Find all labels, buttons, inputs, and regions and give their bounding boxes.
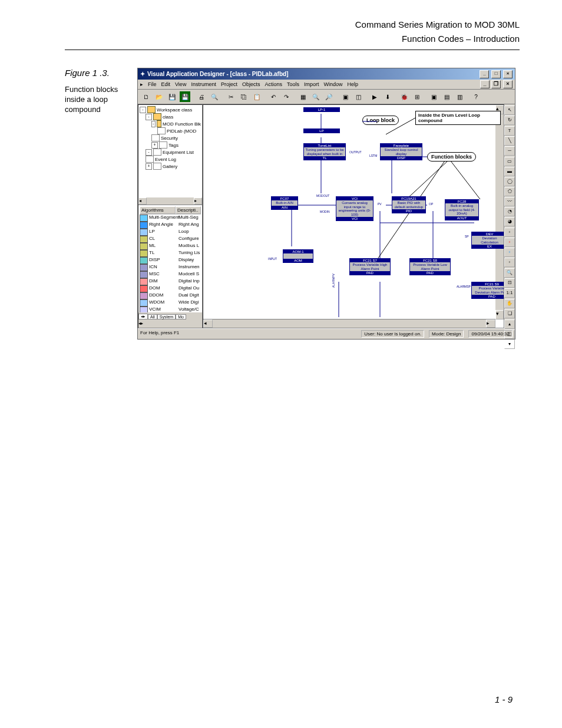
mdi-close-button[interactable]: × [503,80,513,88]
block-fc21s8[interactable]: FC21 S8 Process Variable Low Alarm Point… [409,258,451,275]
tree-hscroll[interactable]: ◂▸ [138,197,202,205]
arc-icon[interactable]: ◔ [504,207,515,216]
block-lp[interactable]: LP [303,129,340,133]
undo-icon[interactable]: ↶ [267,91,279,103]
algo-row[interactable]: DIMDigital Inp [140,278,201,285]
vscroll-down-icon[interactable]: ▾ [504,340,515,349]
titlebar[interactable]: ✦ Visual Application Designer - [class -… [138,68,515,80]
rect-fill-icon[interactable]: ▬ [504,167,515,176]
print-icon[interactable]: 🖨 [196,91,207,103]
hand-icon[interactable]: ✋ [504,299,515,308]
algo-tabs[interactable]: ◂▸ All System Mo [138,312,202,321]
menu-objects[interactable]: Objects [242,81,260,87]
algo-row[interactable]: MLModbus L [140,243,201,250]
new-icon[interactable]: 🗋 [140,91,152,103]
block-fc07[interactable]: FC07 Built-in AIN AIN [271,196,298,210]
save-icon[interactable]: 💾 [166,91,178,103]
canvas-hscroll[interactable]: ◂▸ [203,319,495,328]
port-icon[interactable]: ▫ [504,228,515,237]
group-icon[interactable]: ▥ [454,91,465,103]
block-fc19a21[interactable]: FC19A21 Basic PID with default antiwindu… [392,196,426,213]
wire-icon[interactable]: ─ [504,146,515,156]
menu-instrument[interactable]: Instrument [191,81,216,87]
algo-row[interactable]: DISPDisplay [140,257,201,264]
algo-row[interactable]: WDOMWide Digi [140,299,201,307]
algo-row[interactable]: CLConfigure [140,236,201,243]
text-icon[interactable]: T [504,126,515,136]
minimize-button[interactable]: _ [480,70,489,78]
polygon-icon[interactable]: ⬠ [504,187,515,196]
algo-row[interactable]: ICNInstrumen [140,264,201,271]
block-dev[interactable]: DEV Deviation Calculation EX [471,232,504,249]
algo-row[interactable]: MSCModcell S [140,271,201,278]
menu-edit[interactable]: Edit [161,81,171,87]
download-icon[interactable]: ⬇ [382,91,394,103]
menu-import[interactable]: Import [304,81,319,87]
algorithm-list[interactable]: AlgorithmsDescripti.. Multi-SegmentMulti… [138,205,202,328]
algo-row[interactable]: Multi-SegmentMulti-Seg [140,215,201,222]
block-aom1[interactable]: AOM-1 AOM [283,249,313,263]
block-tunelist[interactable]: TuneList Tuning parameters to be display… [303,143,346,160]
block-fc28[interactable]: FC28 Built-in analog output to field (4-… [445,199,479,220]
port-alarmsp: ALARMSP [457,285,471,288]
menu-actions[interactable]: Actions [265,81,282,87]
rotate-icon[interactable]: ↻ [504,116,515,125]
close-button[interactable]: × [503,70,513,78]
port3-icon[interactable]: ▫ [504,248,515,257]
algo-hscroll[interactable]: ◂▸ [138,321,202,328]
align-icon[interactable]: ▣ [428,91,439,103]
help-icon[interactable]: ? [470,91,482,103]
mdi-restore-button[interactable]: ❐ [491,80,501,88]
preview-icon[interactable]: 🔍 [209,91,220,103]
design-canvas[interactable]: ▴▾ Loop block Inside the Drum Level Loop… [203,104,504,328]
pointer-icon[interactable]: ↖ [504,106,515,115]
pie-icon[interactable]: ◕ [504,217,515,226]
redo-icon[interactable]: ↷ [280,91,292,103]
curve-icon[interactable]: 〰 [504,197,515,206]
menu-project[interactable]: Project [221,81,237,87]
window-icon[interactable]: ▣ [339,91,351,103]
algo-row[interactable]: Right AngleRight Ang [140,222,201,229]
menu-tools[interactable]: Tools [287,81,299,87]
algo-row[interactable]: TLTuning Lis [140,250,201,257]
port2-icon[interactable]: ▫ [504,238,515,247]
workspace-tree[interactable]: -Workspace class -class -MOD Function Bl… [138,105,202,205]
ellipse-icon[interactable]: ◯ [504,177,515,186]
maximize-button[interactable]: □ [491,70,501,78]
debug-icon[interactable]: 🐞 [398,91,410,103]
block-fc21s7[interactable]: FC21 S7 Process Variable High Alarm Poin… [349,258,391,275]
algo-row[interactable]: DDOMDual Digit [140,292,201,299]
zoom-fit-icon[interactable]: ⊡ [504,278,515,288]
line-icon[interactable]: ╲ [504,136,515,146]
split-icon[interactable]: ◫ [352,91,364,103]
block-vci[interactable]: VCI Converts analog input range to engin… [336,196,373,221]
zoom-1-1-icon[interactable]: 1:1 [504,288,515,298]
menu-file[interactable]: File [148,81,157,87]
block-lp1[interactable]: LP-1 [303,107,340,112]
port4-icon[interactable]: ▫ [504,258,515,267]
vscroll-up-icon[interactable]: ▴ [504,319,515,329]
algo-row[interactable]: DOMDigital Ou [140,285,201,292]
block-faceplate[interactable]: Faceplate Standard loop control display … [380,143,422,160]
menu-view[interactable]: View [175,81,186,87]
distribute-icon[interactable]: ▤ [441,91,452,103]
open-icon[interactable]: 📂 [153,91,165,103]
save-all-icon[interactable]: 💾 [179,91,191,103]
paste-icon[interactable]: 📋 [251,91,263,103]
menu-window[interactable]: Window [324,81,343,87]
zoom-out-icon[interactable]: 🔎 [323,91,335,103]
compile-icon[interactable]: ▶ [369,91,381,103]
cut-icon[interactable]: ✂ [225,91,237,103]
menu-help[interactable]: Help [348,81,359,87]
copy-icon[interactable]: ⿻ [238,91,250,103]
layers-icon[interactable]: ❏ [504,309,515,318]
block-fc21s9[interactable]: FC21 S9 Process Variable Deviation Alarm… [471,282,504,299]
rect-icon[interactable]: ▭ [504,157,515,166]
zoom-icon[interactable]: 🔍 [504,268,515,278]
mdi-minimize-button[interactable]: _ [480,80,490,88]
port-pv: PV [378,202,382,206]
snap-icon[interactable]: ⊞ [411,91,423,103]
algo-row[interactable]: LPLoop [140,229,201,236]
grid-icon[interactable]: ▦ [297,91,309,103]
zoom-in-icon[interactable]: 🔍 [310,91,322,103]
